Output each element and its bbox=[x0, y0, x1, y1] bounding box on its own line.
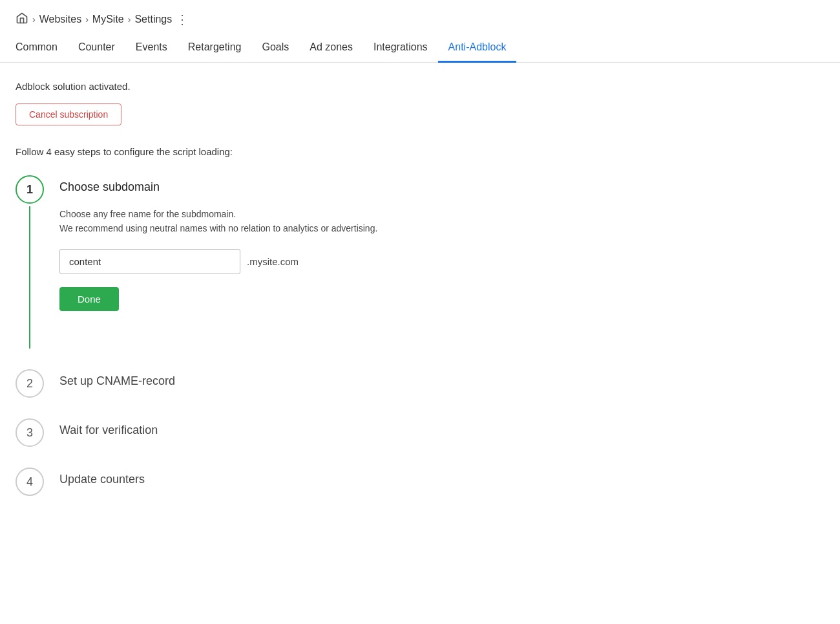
step-1-body: Choose subdomain Choose any free name fo… bbox=[59, 175, 824, 311]
step-4-number: 4 bbox=[26, 475, 33, 489]
step-3-title: Wait for verification bbox=[59, 424, 824, 437]
step-4-circle: 4 bbox=[16, 468, 44, 496]
tab-events[interactable]: Events bbox=[125, 34, 178, 63]
step-2: 2 Set up CNAME-record bbox=[16, 369, 824, 398]
tabs-bar: Common Counter Events Retargeting Goals … bbox=[0, 34, 840, 63]
step-2-number: 2 bbox=[26, 377, 33, 391]
breadcrumb: › Websites › MySite › Settings ⋮ bbox=[0, 0, 840, 34]
step-1-circle: 1 bbox=[16, 175, 44, 204]
done-button[interactable]: Done bbox=[59, 287, 119, 311]
tab-integrations[interactable]: Integrations bbox=[363, 34, 438, 63]
breadcrumb-websites[interactable]: Websites bbox=[39, 14, 82, 25]
step-4: 4 Update counters bbox=[16, 468, 824, 496]
subdomain-input[interactable] bbox=[59, 249, 240, 274]
adblock-status-text: Adblock solution activated. bbox=[16, 81, 824, 92]
breadcrumb-separator-1: › bbox=[32, 14, 36, 25]
tab-retargeting[interactable]: Retargeting bbox=[178, 34, 252, 63]
tab-common[interactable]: Common bbox=[16, 34, 68, 63]
step-2-circle: 2 bbox=[16, 369, 44, 398]
tab-anti-adblock[interactable]: Anti-Adblock bbox=[438, 34, 517, 63]
breadcrumb-settings[interactable]: Settings bbox=[134, 14, 172, 25]
step-3-number: 3 bbox=[26, 426, 33, 440]
tab-goals[interactable]: Goals bbox=[251, 34, 299, 63]
step-1-desc-line2: We recommend using neutral names with no… bbox=[59, 223, 377, 233]
breadcrumb-more-menu[interactable]: ⋮ bbox=[176, 12, 189, 27]
step-4-body: Update counters bbox=[59, 468, 824, 486]
step-1-number-col: 1 bbox=[16, 175, 44, 349]
breadcrumb-mysite[interactable]: MySite bbox=[92, 14, 124, 25]
step-1: 1 Choose subdomain Choose any free name … bbox=[16, 175, 824, 349]
home-icon[interactable] bbox=[16, 12, 28, 27]
steps-intro-text: Follow 4 easy steps to configure the scr… bbox=[16, 146, 824, 157]
subdomain-suffix: .mysite.com bbox=[247, 256, 299, 267]
step-3: 3 Wait for verification bbox=[16, 418, 824, 447]
step-1-desc: Choose any free name for the subdmomain.… bbox=[59, 207, 824, 236]
step-4-title: Update counters bbox=[59, 473, 824, 486]
step-3-number-col: 3 bbox=[16, 418, 44, 447]
step-1-line bbox=[29, 206, 30, 349]
step-3-circle: 3 bbox=[16, 418, 44, 447]
subdomain-row: .mysite.com bbox=[59, 249, 824, 274]
tab-counter[interactable]: Counter bbox=[68, 34, 125, 63]
step-2-title: Set up CNAME-record bbox=[59, 374, 824, 388]
cancel-subscription-button[interactable]: Cancel subscription bbox=[16, 103, 121, 125]
step-1-title: Choose subdomain bbox=[59, 180, 824, 194]
breadcrumb-separator-3: › bbox=[128, 14, 131, 25]
step-2-number-col: 2 bbox=[16, 369, 44, 398]
step-2-body: Set up CNAME-record bbox=[59, 369, 824, 388]
step-4-number-col: 4 bbox=[16, 468, 44, 496]
step-1-number: 1 bbox=[26, 183, 33, 197]
breadcrumb-separator-2: › bbox=[85, 14, 89, 25]
main-content: Adblock solution activated. Cancel subsc… bbox=[0, 63, 840, 535]
tab-ad-zones[interactable]: Ad zones bbox=[299, 34, 363, 63]
step-3-body: Wait for verification bbox=[59, 418, 824, 437]
step-1-desc-line1: Choose any free name for the subdmomain. bbox=[59, 209, 236, 219]
